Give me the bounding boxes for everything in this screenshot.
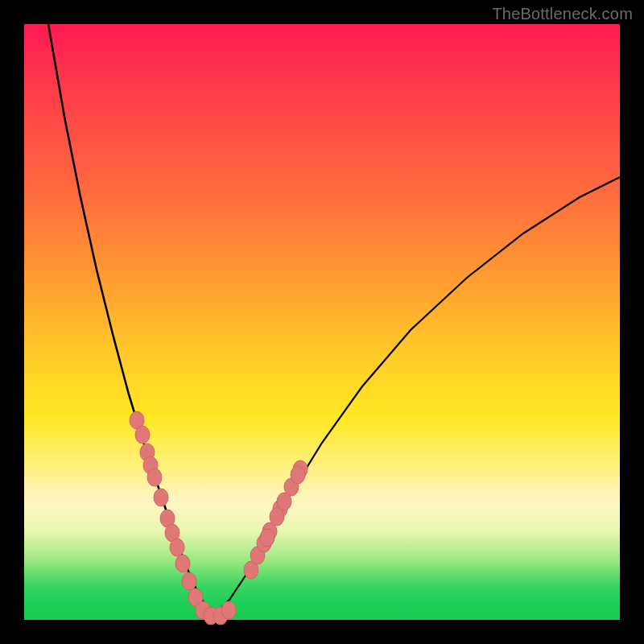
curve-right-arm bbox=[213, 177, 620, 616]
marker-dot bbox=[170, 539, 184, 556]
marker-dot bbox=[270, 508, 284, 526]
marker-dot bbox=[221, 601, 236, 619]
watermark-text: TheBottleneck.com bbox=[492, 5, 633, 23]
plot-area bbox=[24, 24, 620, 620]
marker-dot bbox=[182, 572, 196, 590]
marker-dot bbox=[175, 555, 190, 572]
frame: TheBottleneck.com bbox=[0, 0, 644, 644]
markers-left-cluster bbox=[130, 411, 236, 625]
marker-dot bbox=[135, 426, 150, 444]
markers-right-cluster bbox=[244, 460, 308, 579]
marker-dot bbox=[154, 489, 168, 506]
curve-left-arm bbox=[48, 24, 213, 616]
marker-dot bbox=[147, 469, 162, 486]
bottleneck-curve bbox=[24, 24, 620, 620]
marker-dot bbox=[291, 466, 305, 484]
marker-dot bbox=[260, 529, 275, 547]
